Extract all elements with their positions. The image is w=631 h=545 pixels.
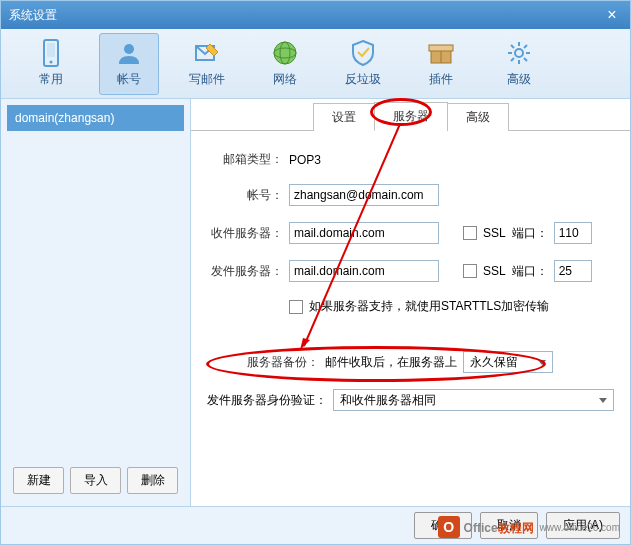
checkbox-starttls[interactable] [289, 300, 303, 314]
tool-label: 写邮件 [189, 71, 225, 88]
row-account: 帐号： [207, 184, 614, 206]
svg-line-19 [511, 58, 514, 61]
row-backup: 服务器备份： 邮件收取后，在服务器上 永久保留 [207, 351, 614, 373]
label-incoming: 收件服务器： [207, 225, 283, 242]
sidebar: domain(zhangsan) 新建 导入 删除 [1, 99, 191, 506]
svg-point-2 [50, 61, 53, 64]
checkbox-ssl-in[interactable] [463, 226, 477, 240]
tool-label: 高级 [507, 71, 531, 88]
text-backup: 邮件收取后，在服务器上 [325, 354, 457, 371]
tool-advanced[interactable]: 高级 [489, 33, 549, 95]
svg-point-5 [274, 42, 296, 64]
label-ssl-out: SSL [483, 264, 506, 278]
new-button[interactable]: 新建 [13, 467, 64, 494]
close-button[interactable]: × [602, 5, 622, 25]
checkbox-ssl-out[interactable] [463, 264, 477, 278]
label-starttls: 如果服务器支持，就使用STARTTLS加密传输 [309, 298, 549, 315]
tab-advanced[interactable]: 高级 [447, 103, 509, 131]
select-auth[interactable]: 和收件服务器相同 [333, 389, 614, 411]
apply-button[interactable]: 应用(A) [546, 512, 620, 539]
row-incoming: 收件服务器： SSL 端口： [207, 222, 614, 244]
body: domain(zhangsan) 新建 导入 删除 设置 服务器 高级 邮箱类型… [1, 99, 630, 506]
svg-rect-1 [47, 43, 55, 57]
shield-icon [349, 39, 377, 67]
tool-label: 帐号 [117, 71, 141, 88]
svg-line-17 [524, 58, 527, 61]
svg-point-3 [124, 44, 134, 54]
settings-window: 系统设置 × 常用 帐号 写邮件 网络 [0, 0, 631, 545]
user-icon [115, 39, 143, 67]
tool-plugins[interactable]: 插件 [411, 33, 471, 95]
form-content: 邮箱类型： POP3 帐号： 收件服务器： SSL 端口： 发 [191, 131, 630, 431]
tab-settings[interactable]: 设置 [313, 103, 375, 131]
label-outgoing: 发件服务器： [207, 263, 283, 280]
titlebar: 系统设置 × [1, 1, 630, 29]
import-button[interactable]: 导入 [70, 467, 121, 494]
svg-rect-9 [429, 45, 453, 51]
globe-icon [271, 39, 299, 67]
input-incoming[interactable] [289, 222, 439, 244]
tool-network[interactable]: 网络 [255, 33, 315, 95]
window-title: 系统设置 [9, 7, 57, 24]
tab-server[interactable]: 服务器 [374, 102, 448, 131]
compose-icon [193, 39, 221, 67]
svg-line-18 [524, 45, 527, 48]
tool-label: 网络 [273, 71, 297, 88]
label-backup: 服务器备份： [247, 354, 319, 371]
row-mailbox-type: 邮箱类型： POP3 [207, 151, 614, 168]
tool-antispam[interactable]: 反垃圾 [333, 33, 393, 95]
tabs: 设置 服务器 高级 [191, 103, 630, 131]
toolbar: 常用 帐号 写邮件 网络 反垃圾 [1, 29, 630, 99]
select-backup[interactable]: 永久保留 [463, 351, 553, 373]
tool-label: 反垃圾 [345, 71, 381, 88]
row-outgoing: 发件服务器： SSL 端口： [207, 260, 614, 282]
delete-button[interactable]: 删除 [127, 467, 178, 494]
phone-icon [37, 39, 65, 67]
account-item[interactable]: domain(zhangsan) [7, 105, 184, 131]
svg-line-16 [511, 45, 514, 48]
tool-account[interactable]: 帐号 [99, 33, 159, 95]
input-port-in[interactable] [554, 222, 592, 244]
gear-icon [505, 39, 533, 67]
label-mailbox-type: 邮箱类型： [207, 151, 283, 168]
value-mailbox-type: POP3 [289, 153, 321, 167]
row-starttls: 如果服务器支持，就使用STARTTLS加密传输 [207, 298, 614, 315]
tool-label: 常用 [39, 71, 63, 88]
cancel-button[interactable]: 取消 [480, 512, 538, 539]
label-port-out: 端口： [512, 263, 548, 280]
label-ssl-in: SSL [483, 226, 506, 240]
box-icon [427, 39, 455, 67]
ok-button[interactable]: 确定 [414, 512, 472, 539]
tool-label: 插件 [429, 71, 453, 88]
sidebar-buttons: 新建 导入 删除 [7, 461, 184, 500]
input-port-out[interactable] [554, 260, 592, 282]
footer: 确定 取消 应用(A) O Office教程网 www.office26.com [1, 506, 630, 544]
input-outgoing[interactable] [289, 260, 439, 282]
tool-general[interactable]: 常用 [21, 33, 81, 95]
row-auth: 发件服务器身份验证： 和收件服务器相同 [207, 389, 614, 411]
main-panel: 设置 服务器 高级 邮箱类型： POP3 帐号： 收件服务器： [191, 99, 630, 506]
label-account: 帐号： [207, 187, 283, 204]
label-auth: 发件服务器身份验证： [207, 392, 327, 409]
input-account[interactable] [289, 184, 439, 206]
svg-point-11 [515, 49, 523, 57]
label-port-in: 端口： [512, 225, 548, 242]
tool-compose[interactable]: 写邮件 [177, 33, 237, 95]
